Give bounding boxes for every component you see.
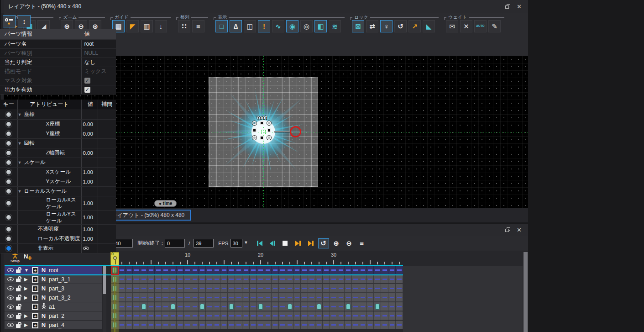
timeline-cell[interactable] (352, 311, 359, 320)
timeline-cell[interactable] (323, 293, 330, 302)
key-cell[interactable] (0, 186, 17, 196)
keyframe-marker[interactable] (258, 304, 263, 310)
timeline-cell[interactable] (177, 284, 184, 293)
handle-left[interactable] (252, 128, 257, 132)
timeline-cell[interactable] (279, 275, 286, 284)
timeline-cell[interactable] (169, 266, 177, 274)
checkbox-checked-icon[interactable]: ✓ (84, 87, 90, 93)
scrollbar-thumb[interactable] (103, 266, 106, 294)
timeline-cell[interactable] (279, 311, 286, 320)
group-collapse-icon[interactable]: ▼ (18, 141, 22, 146)
timeline-cell[interactable] (293, 275, 301, 284)
timeline-cell[interactable] (345, 284, 352, 293)
stop-button[interactable] (280, 238, 291, 248)
weight-auto-button[interactable]: AUTO (474, 20, 487, 32)
timeline-cell[interactable] (352, 284, 359, 293)
guide-center-button[interactable]: ↓ (155, 20, 167, 32)
timeline-cell[interactable] (162, 266, 169, 274)
timeline-cell[interactable] (272, 311, 279, 320)
timeline-cell[interactable] (388, 311, 396, 320)
timeline-cell[interactable] (126, 302, 133, 311)
key-indicator-icon[interactable] (5, 179, 12, 185)
timeline-scrollbar[interactable] (524, 252, 528, 332)
interpolation-cell[interactable] (98, 234, 116, 243)
show-layers-button[interactable]: ≋ (329, 20, 341, 32)
timeline-cell[interactable] (374, 275, 381, 284)
key-cell[interactable] (0, 129, 17, 138)
timeline-cell[interactable] (367, 284, 374, 293)
handle-bottom[interactable] (260, 136, 264, 140)
attribute-value-cell[interactable] (81, 186, 98, 196)
timeline-cell[interactable] (293, 302, 301, 311)
show-bounds-button[interactable]: □ (215, 20, 228, 32)
timeline-cell[interactable] (228, 275, 235, 284)
timeline-cell[interactable] (308, 293, 315, 302)
range-start-field[interactable] (165, 239, 185, 248)
timeline-cell[interactable] (301, 302, 308, 311)
attribute-value-cell[interactable]: 0.00 (81, 148, 98, 158)
keyframe-marker[interactable] (346, 304, 351, 310)
attribute-value-cell[interactable] (81, 110, 98, 119)
timeline-cell[interactable] (323, 311, 330, 320)
attribute-value-cell[interactable] (81, 158, 98, 167)
timeline-cell[interactable] (396, 302, 403, 311)
key-cell[interactable] (0, 177, 17, 186)
timeline-cell[interactable] (250, 266, 257, 274)
key-cell[interactable] (0, 148, 17, 158)
timeline-cell[interactable] (381, 302, 388, 311)
pivot-marker[interactable] (261, 130, 266, 134)
timeline-cell[interactable] (242, 266, 250, 274)
lock-icon[interactable] (16, 322, 22, 328)
handle-top-left[interactable] (252, 121, 257, 125)
timeline-cell[interactable] (206, 321, 213, 329)
expand-toggle-icon[interactable]: ▶ (24, 286, 30, 291)
add-child-icon[interactable]: + (32, 295, 38, 301)
timeline-cell[interactable] (367, 321, 374, 329)
timeline-cell[interactable] (257, 321, 264, 329)
timeline-cell[interactable] (250, 275, 257, 284)
lock-mesh-button[interactable]: ◣ (423, 20, 435, 32)
timeline-cell[interactable] (155, 293, 162, 302)
timeline-cell[interactable] (118, 321, 126, 329)
skip-to-end-button[interactable] (305, 238, 316, 248)
timeline-zoom-out-button[interactable]: ⊖ (344, 238, 355, 248)
key-indicator-icon[interactable] (5, 159, 12, 166)
handle-bottom-right[interactable] (267, 136, 271, 140)
timeline-cell[interactable] (140, 321, 147, 329)
fps-dropdown-icon[interactable]: ▼ (244, 240, 251, 247)
timeline-cell[interactable] (286, 275, 293, 284)
timeline-cell[interactable] (133, 284, 140, 293)
step-forward-button[interactable] (293, 238, 304, 248)
timeline-cell[interactable] (286, 266, 293, 274)
timeline-cell[interactable] (388, 266, 396, 274)
attribute-value-cell[interactable]: 0.00 (81, 129, 98, 138)
timeline-cell[interactable] (206, 275, 213, 284)
timeline-cell[interactable] (133, 302, 140, 311)
timeline-cell[interactable] (147, 321, 155, 329)
timeline-cell[interactable] (330, 311, 337, 320)
timeline-cell[interactable] (308, 321, 315, 329)
timeline-cell[interactable] (162, 321, 169, 329)
timeline-cell[interactable] (286, 321, 293, 329)
key-indicator-icon[interactable] (5, 111, 12, 118)
keyframe-marker[interactable] (112, 276, 117, 282)
timeline-cell[interactable] (301, 311, 308, 320)
timeline-cell[interactable] (374, 293, 381, 302)
timeline-cell[interactable] (228, 321, 235, 329)
attribute-value-cell[interactable]: 1.00 (81, 224, 98, 234)
timeline-cell[interactable] (396, 311, 403, 320)
float-window-icon[interactable] (505, 227, 510, 232)
timeline-cell[interactable] (308, 311, 315, 320)
timeline-cell[interactable] (155, 311, 162, 320)
timeline-cell[interactable] (330, 266, 337, 274)
attribute-value-cell[interactable]: 1.00 (81, 196, 98, 210)
timeline-cell[interactable] (213, 311, 220, 320)
key-cell[interactable] (0, 138, 17, 148)
key-cell[interactable] (0, 119, 17, 129)
timeline-cell[interactable] (315, 266, 323, 274)
timeline-cell[interactable] (220, 321, 228, 329)
timeline-cell[interactable] (213, 284, 220, 293)
timeline-cell[interactable] (272, 275, 279, 284)
add-child-icon[interactable]: + (32, 267, 38, 274)
show-cells-button[interactable]: ◫ (244, 20, 256, 32)
